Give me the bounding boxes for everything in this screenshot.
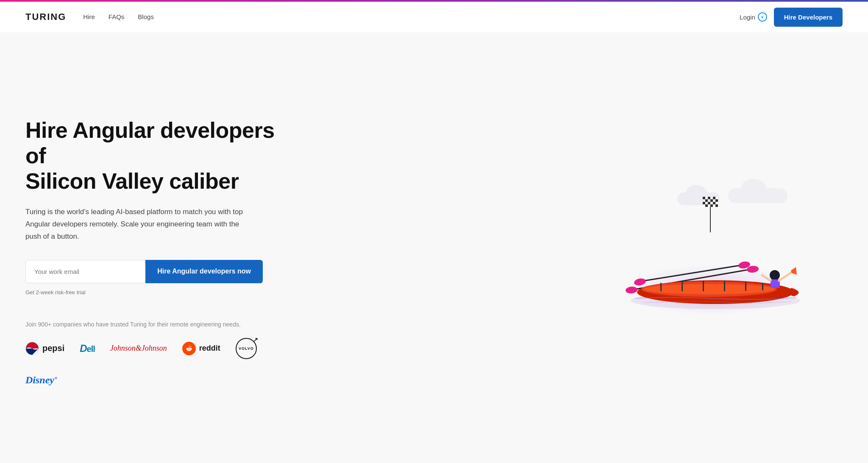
jnj-label: Johnson&Johnson: [110, 344, 167, 352]
nav-right: Login ▾ Hire Developers: [740, 8, 843, 27]
reddit-label: reddit: [199, 344, 220, 353]
disney-label: Disney: [25, 374, 54, 385]
svg-marker-22: [791, 267, 797, 275]
email-input[interactable]: [25, 260, 145, 283]
hero-illustration: [588, 184, 843, 320]
flag-checkered: [703, 197, 718, 207]
pepsi-logo: pepsi: [25, 342, 64, 355]
disney-plus: +: [54, 374, 58, 381]
trust-description: Join 900+ companies who have trusted Tur…: [25, 321, 280, 328]
reddit-svg: [185, 344, 193, 353]
volvo-arrow-icon: ↗: [253, 336, 259, 343]
nav-link-faqs[interactable]: FAQs: [108, 13, 125, 20]
pepsi-icon: [25, 342, 39, 355]
hire-developers-button[interactable]: Hire Developers: [774, 8, 843, 27]
flag-cell: [715, 204, 718, 207]
svg-rect-14: [703, 281, 704, 291]
svg-line-20: [779, 272, 792, 281]
svg-rect-12: [660, 283, 662, 291]
company-logos: pepsi Dell Johnson&Johnson: [25, 338, 280, 386]
reddit-logo: reddit: [182, 342, 220, 355]
svg-rect-16: [745, 282, 746, 291]
dell-text: ell: [87, 344, 95, 354]
nav-link-hire[interactable]: Hire: [83, 13, 95, 20]
nav-left: TURING Hire FAQs Blogs: [25, 11, 154, 22]
trial-text: Get 2-week risk-free trial: [25, 289, 280, 296]
cta-form: Hire Angular developers now: [25, 260, 263, 283]
svg-point-11: [643, 284, 775, 294]
dell-logo: Dell: [80, 343, 95, 354]
jnj-logo: Johnson&Johnson: [110, 344, 167, 353]
svg-point-5: [634, 278, 646, 287]
svg-rect-17: [762, 283, 763, 290]
nav-links: Hire FAQs Blogs: [83, 13, 154, 21]
reddit-icon: [182, 342, 196, 355]
trust-section: Join 900+ companies who have trusted Tur…: [25, 321, 280, 386]
nav-item-faqs[interactable]: FAQs: [108, 13, 125, 21]
nav-item-blogs[interactable]: Blogs: [138, 13, 154, 21]
nav-item-hire[interactable]: Hire: [83, 13, 95, 21]
volvo-label: VOLVO: [239, 346, 254, 351]
disney-logo: Disney+: [25, 374, 58, 386]
login-button[interactable]: Login ▾: [740, 12, 767, 22]
cloud-2: [728, 188, 787, 203]
volvo-logo: VOLVO ↗: [236, 338, 257, 359]
svg-line-21: [762, 275, 771, 281]
hero-section: Hire Angular developers of Silicon Valle…: [0, 32, 868, 463]
illustration-container: [609, 184, 821, 320]
hero-title-line1: Hire Angular developers of: [25, 118, 275, 168]
svg-point-6: [625, 286, 637, 294]
navigation: TURING Hire FAQs Blogs Login ▾ Hire Deve…: [0, 2, 868, 32]
cta-button[interactable]: Hire Angular developers now: [145, 260, 263, 283]
login-label: Login: [740, 14, 755, 21]
svg-rect-13: [682, 282, 683, 291]
svg-rect-15: [724, 281, 725, 291]
pepsi-label: pepsi: [42, 343, 64, 353]
hero-title-line2: Silicon Valley caliber: [25, 169, 239, 193]
logo: TURING: [25, 11, 66, 22]
boat-svg: [618, 226, 813, 311]
svg-point-18: [770, 270, 780, 280]
hero-content: Hire Angular developers of Silicon Valle…: [25, 118, 280, 385]
nav-link-blogs[interactable]: Blogs: [138, 13, 154, 20]
hero-title: Hire Angular developers of Silicon Valle…: [25, 118, 280, 194]
dell-label: D: [80, 343, 86, 354]
login-chevron-icon: ▾: [758, 12, 767, 22]
hero-subtitle: Turing is the world's leading AI-based p…: [25, 206, 246, 243]
